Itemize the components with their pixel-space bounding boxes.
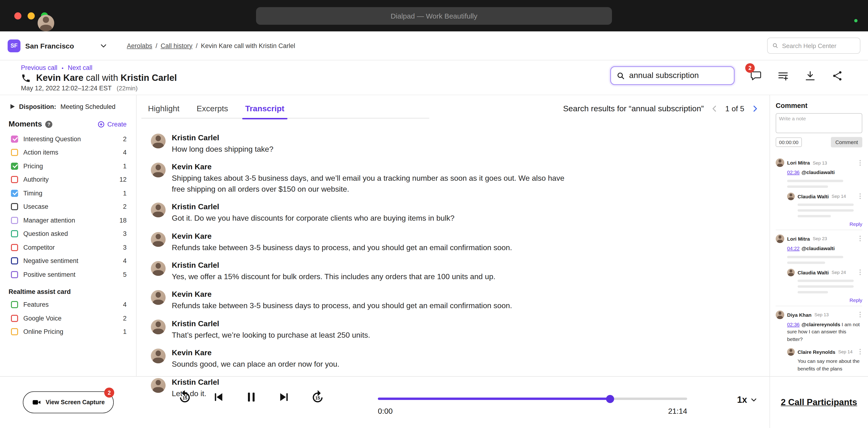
comment-date: Sep 13 — [814, 312, 829, 317]
moment-label: Negative sentiment — [23, 258, 123, 265]
speaker-avatar — [151, 290, 165, 305]
skeleton-line — [798, 209, 854, 211]
reply-link[interactable]: Reply — [776, 221, 862, 227]
transcript-text: Shipping takes about 3-5 business days, … — [172, 173, 576, 195]
moment-checkbox[interactable] — [11, 135, 18, 143]
moment-checkbox[interactable] — [11, 258, 18, 265]
assist-checkbox[interactable] — [11, 301, 18, 308]
kebab-menu-icon[interactable] — [858, 349, 862, 355]
user-avatar[interactable] — [38, 14, 54, 31]
moment-checkbox[interactable] — [11, 244, 18, 251]
previous-call-link[interactable]: Previous call — [21, 64, 57, 71]
download-button[interactable] — [804, 70, 816, 81]
kebab-menu-icon[interactable] — [858, 269, 862, 275]
workspace-selector[interactable]: SF San Francisco — [8, 39, 107, 52]
assist-item[interactable]: Google Voice 2 — [0, 311, 136, 325]
breadcrumb-link-call-history[interactable]: Call history — [161, 42, 192, 49]
kebab-menu-icon[interactable] — [858, 236, 862, 242]
create-moment-button[interactable]: Create — [98, 121, 127, 128]
moment-item[interactable]: Action items 4 — [0, 146, 136, 159]
help-search-input[interactable] — [782, 42, 855, 49]
moment-item[interactable]: Interesting Question 2 — [0, 132, 136, 146]
call-participants-link[interactable]: 2 Call Participants — [781, 397, 857, 407]
comments-toggle-button[interactable]: 2 — [750, 70, 762, 81]
checkmark-icon — [11, 163, 18, 170]
next-track-button[interactable] — [278, 391, 290, 403]
kebab-menu-icon[interactable] — [858, 311, 862, 318]
skeleton-line — [798, 285, 854, 288]
tab-transcript[interactable]: Transcript — [245, 95, 284, 122]
progress-knob[interactable] — [606, 395, 614, 403]
playback-progress-bar[interactable] — [378, 398, 687, 400]
moment-label: Competitor — [23, 244, 123, 251]
moment-label: Question asked — [23, 230, 123, 237]
commenter-avatar — [787, 193, 795, 200]
moments-title: Moments ? — [8, 120, 52, 128]
comment-mention[interactable]: @clairereynolds — [802, 321, 840, 327]
playback-speed-selector[interactable]: 1x — [737, 395, 757, 405]
skip-back-15-button[interactable]: 15 — [178, 390, 192, 404]
next-result-button[interactable] — [751, 105, 759, 113]
assist-item[interactable]: Online Pricing 1 — [0, 325, 136, 339]
moment-checkbox[interactable] — [11, 176, 18, 183]
moment-checkbox[interactable] — [11, 271, 18, 278]
transcript-text: Sounds good, we can place an order now f… — [172, 359, 339, 370]
previous-track-button[interactable] — [212, 391, 225, 403]
moment-item[interactable]: Positive sentiment 5 — [0, 268, 136, 281]
skeleton-line — [798, 279, 854, 282]
play-icon[interactable] — [10, 104, 15, 109]
comment-mention[interactable]: @claudiawalti — [802, 169, 835, 175]
help-search-box[interactable] — [767, 38, 860, 54]
tab-highlight[interactable]: Highlight — [148, 95, 179, 122]
comment-submit-button[interactable]: Comment — [831, 137, 862, 147]
moment-checkbox[interactable] — [11, 163, 18, 170]
assist-count: 4 — [123, 301, 127, 308]
view-screen-capture-button[interactable]: View Screen Capture 2 — [23, 391, 114, 413]
skip-forward-15-button[interactable]: 15 — [310, 390, 325, 404]
comment-timestamp-link[interactable]: 04:22 — [787, 245, 800, 251]
moment-checkbox[interactable] — [11, 230, 18, 237]
moment-item[interactable]: Pricing 1 — [0, 159, 136, 173]
comment-timestamp-link[interactable]: 02:36 — [787, 321, 800, 327]
transcript-search-input[interactable] — [629, 71, 728, 80]
chevron-down-icon[interactable] — [100, 42, 107, 49]
add-to-playlist-button[interactable] — [777, 70, 789, 81]
share-button[interactable] — [831, 70, 843, 81]
assist-checkbox[interactable] — [11, 328, 18, 335]
help-icon[interactable]: ? — [45, 121, 52, 128]
pause-button[interactable] — [245, 390, 258, 403]
comment-timestamp-link[interactable]: 02:36 — [787, 169, 800, 175]
comment-mention[interactable]: @claudiawalti — [802, 245, 835, 251]
commenter-name: Claudia Walti — [798, 269, 829, 275]
tab-excerpts[interactable]: Excerpts — [196, 95, 228, 122]
assist-count: 1 — [123, 328, 127, 335]
moment-item[interactable]: Competitor 3 — [0, 241, 136, 254]
kebab-menu-icon[interactable] — [858, 160, 862, 166]
moment-item[interactable]: Manager attention 18 — [0, 213, 136, 227]
moment-item[interactable]: Negative sentiment 4 — [0, 254, 136, 268]
commenter-avatar — [787, 348, 795, 356]
moment-checkbox[interactable] — [11, 190, 18, 197]
transcript-search-box[interactable] — [610, 66, 735, 85]
breadcrumb-link-aerolabs[interactable]: Aerolabs — [127, 42, 152, 49]
previous-result-button[interactable] — [711, 105, 719, 113]
moment-item[interactable]: Question asked 3 — [0, 227, 136, 241]
reply-link[interactable]: Reply — [776, 297, 862, 303]
comment-timestamp-field[interactable]: 00:00:00 — [776, 137, 802, 147]
moment-item[interactable]: Authority 12 — [0, 173, 136, 187]
moment-item[interactable]: Timing 1 — [0, 187, 136, 200]
close-button[interactable] — [14, 12, 22, 19]
assist-item[interactable]: Features 4 — [0, 298, 136, 311]
next-call-link[interactable]: Next call — [68, 64, 93, 71]
note-input[interactable] — [776, 113, 862, 133]
transcript-text: Yes, we offer a 15% discount for bulk or… — [172, 271, 495, 282]
minimize-button[interactable] — [28, 12, 35, 19]
kebab-menu-icon[interactable] — [858, 193, 862, 199]
assist-checkbox[interactable] — [11, 315, 18, 322]
moment-checkbox[interactable] — [11, 203, 18, 210]
moment-checkbox[interactable] — [11, 149, 18, 156]
moment-item[interactable]: Usecase 2 — [0, 200, 136, 213]
moment-checkbox[interactable] — [11, 217, 18, 224]
video-camera-icon — [32, 398, 41, 407]
moment-label: Manager attention — [23, 217, 119, 224]
